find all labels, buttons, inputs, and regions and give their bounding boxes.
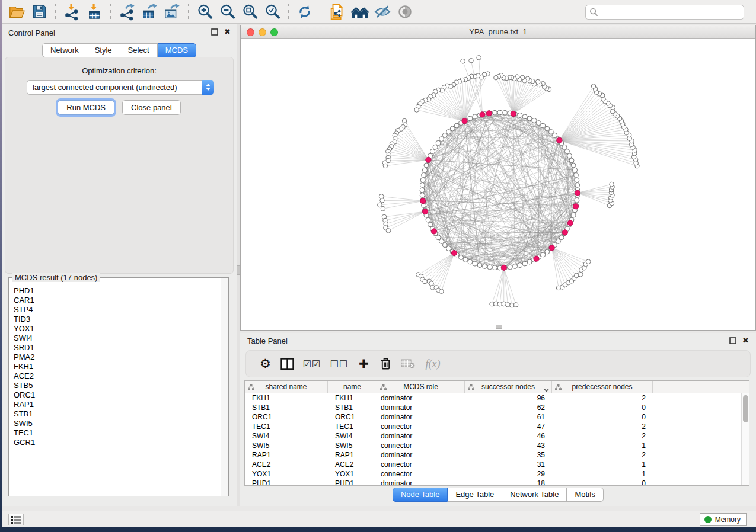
network-canvas[interactable] (241, 39, 755, 330)
table-row-YOX1[interactable]: YOX1YOX1connector291 (245, 469, 741, 479)
column-header-MCDS-role[interactable]: MCDS role (377, 381, 465, 393)
column-header-successor-nodes[interactable]: successor nodes (465, 381, 552, 393)
cell-predecessor_nodes: 2 (552, 393, 653, 403)
tree-icon (468, 384, 474, 392)
tab-node-table[interactable]: Node Table (393, 488, 448, 502)
mcds-result-item[interactable]: PHD1 (14, 286, 221, 296)
table-row-TEC1[interactable]: TEC1TEC1connector472 (245, 422, 741, 431)
cell-predecessor_nodes: 1 (552, 441, 653, 450)
mcds-result-item[interactable]: TID3 (14, 315, 221, 324)
zoom-fit-icon[interactable] (238, 2, 261, 22)
cell-predecessor_nodes: 0 (552, 479, 653, 485)
table-row-PHD1[interactable]: PHD1PHD1dominator180 (245, 479, 741, 485)
delete-table-icon[interactable] (397, 352, 419, 375)
column-header-shared-name[interactable]: shared name (245, 381, 328, 393)
mcds-result-item[interactable]: TEC1 (14, 428, 221, 438)
tab-edge-table[interactable]: Edge Table (448, 488, 502, 502)
optimization-criterion-value: largest connected component (undirected) (27, 83, 202, 92)
table-row-ORC1[interactable]: ORC1ORC1dominator610 (245, 412, 741, 422)
column-header-name[interactable]: name (328, 381, 377, 393)
mcds-result-item[interactable]: PMA2 (14, 352, 221, 362)
table-row-SWI5[interactable]: SWI5SWI5connector431 (245, 441, 741, 450)
tab-mcds[interactable]: MCDS (158, 43, 196, 57)
mcds-result-item[interactable]: ORC1 (14, 390, 221, 400)
mcds-result-item[interactable]: GCR1 (14, 438, 221, 447)
add-column-icon[interactable]: ✚ (353, 352, 375, 375)
mcds-result-item[interactable]: CAR1 (14, 296, 221, 305)
table-row-FKH1[interactable]: FKH1FKH1dominator962 (245, 393, 741, 403)
select-all-rows-icon[interactable]: ☑☑ (298, 352, 326, 375)
close-panel-icon[interactable]: ✖ (224, 28, 231, 36)
table-header-row: shared namenameMCDS rolesuccessor nodesp… (245, 381, 749, 393)
memory-button[interactable]: Memory (700, 513, 747, 526)
column-layout-icon[interactable] (276, 352, 298, 375)
table-row-RAP1[interactable]: RAP1RAP1dominator352 (245, 450, 741, 460)
table-settings-icon[interactable]: ⚙ (254, 352, 276, 375)
export-table-icon[interactable] (138, 2, 161, 22)
mcds-result-item[interactable]: YOX1 (14, 324, 221, 334)
network-window-titlebar[interactable]: YPA_prune.txt_1 (241, 25, 755, 39)
table-row-ACE2[interactable]: ACE2ACE2connector311 (245, 460, 741, 469)
search-field[interactable] (585, 5, 744, 20)
optimization-criterion-select[interactable]: largest connected component (undirected) (27, 80, 214, 95)
sort-chevron-icon (544, 386, 548, 390)
refresh-view-icon[interactable] (294, 2, 316, 22)
tab-network[interactable]: Network (42, 43, 87, 57)
horizontal-splitter-grip[interactable] (496, 325, 502, 329)
cell-predecessor_nodes: 2 (552, 450, 653, 460)
control-panel: Control Panel ✖ NetworkStyleSelectMCDS O… (2, 24, 237, 506)
search-input[interactable] (598, 5, 744, 19)
mcds-result-item[interactable]: RAP1 (14, 400, 221, 409)
run-mcds-button[interactable]: Run MCDS (58, 100, 114, 115)
mcds-result-item[interactable]: SRD1 (14, 343, 221, 352)
mcds-result-item[interactable]: STB1 (14, 409, 221, 419)
cell-successor_nodes: 29 (465, 469, 552, 479)
table-row-STB1[interactable]: STB1STB1dominator620 (245, 403, 741, 412)
mcds-result-item[interactable]: STB5 (14, 381, 221, 390)
float-table-panel-icon[interactable] (729, 337, 736, 344)
cell-mcds_role: connector (377, 441, 465, 450)
float-panel-icon[interactable] (211, 28, 218, 36)
column-header-predecessor-nodes[interactable]: predecessor nodes (552, 381, 653, 393)
optimization-criterion-label: Optimization criterion: (5, 66, 233, 75)
import-table-icon[interactable] (83, 2, 106, 22)
scrollbar-thumb[interactable] (743, 395, 748, 422)
desktop-wallpaper: Control Panel ✖ NetworkStyleSelectMCDS O… (0, 0, 756, 532)
save-session-icon[interactable] (28, 2, 50, 22)
table-scrollbar[interactable] (741, 393, 749, 485)
show-all-icon[interactable] (394, 2, 416, 22)
search-icon (589, 8, 598, 17)
tab-select[interactable]: Select (120, 43, 158, 57)
first-neighbors-icon[interactable] (349, 2, 371, 22)
mcds-list-scrollbar[interactable] (221, 278, 228, 496)
zoom-selected-icon[interactable] (261, 2, 283, 22)
tab-network-table[interactable]: Network Table (502, 488, 567, 502)
function-builder-icon[interactable]: f(x) (419, 352, 447, 375)
task-history-button[interactable] (8, 514, 24, 525)
delete-column-icon[interactable] (375, 352, 397, 375)
tab-motifs[interactable]: Motifs (567, 488, 604, 502)
cell-successor_nodes: 35 (465, 450, 552, 460)
mcds-result-list[interactable]: PHD1CAR1STP4TID3YOX1SWI4SRD1PMA2FKH1ACE2… (9, 280, 221, 496)
zoom-out-icon[interactable] (216, 2, 238, 22)
export-network-icon[interactable] (116, 2, 138, 22)
mcds-result-item[interactable]: SWI4 (14, 334, 221, 343)
tree-icon (248, 384, 254, 392)
close-table-panel-icon[interactable]: ✖ (742, 336, 749, 344)
mcds-result-item[interactable]: STP4 (14, 305, 221, 315)
hide-selected-icon[interactable] (371, 2, 394, 22)
open-session-icon[interactable] (5, 2, 28, 22)
table-row-SWI4[interactable]: SWI4SWI4dominator462 (245, 431, 741, 441)
tab-style[interactable]: Style (87, 43, 120, 57)
table-body: FKH1FKH1dominator962STB1STB1dominator620… (245, 393, 741, 485)
close-panel-button[interactable]: Close panel (122, 100, 181, 115)
new-network-from-selection-icon[interactable] (326, 2, 349, 22)
mcds-result-item[interactable]: ACE2 (14, 371, 221, 381)
mcds-result-item[interactable]: SWI5 (14, 419, 221, 428)
deselect-all-rows-icon[interactable]: ☐☐ (326, 352, 353, 375)
mcds-result-item[interactable]: FKH1 (14, 362, 221, 371)
import-network-icon[interactable] (60, 2, 83, 22)
export-image-icon[interactable] (161, 2, 183, 22)
cell-successor_nodes: 62 (465, 403, 552, 412)
zoom-in-icon[interactable] (193, 2, 216, 22)
